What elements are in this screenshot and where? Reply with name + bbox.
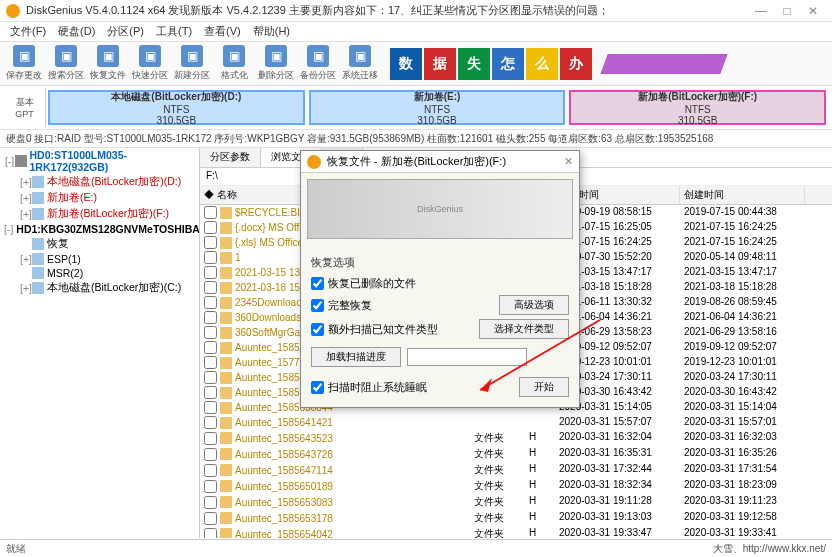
load-progress-button[interactable]: 加载扫描进度	[311, 347, 401, 367]
row-checkbox[interactable]	[204, 221, 217, 234]
list-item[interactable]: Auuntec_15856414212020-03-31 15:57:07202…	[200, 415, 832, 430]
menubar: 文件(F)硬盘(D)分区(P)工具(T)查看(V)帮助(H)	[0, 22, 832, 42]
chk-known-types[interactable]	[311, 323, 324, 336]
dialog-titlebar[interactable]: 恢复文件 - 新加卷(BitLocker加密)(F:) ✕	[301, 151, 579, 173]
disk-type-label: 基本GPT	[4, 88, 46, 127]
maximize-button[interactable]: □	[774, 4, 800, 18]
row-checkbox[interactable]	[204, 341, 217, 354]
expand-icon[interactable]: [+]	[20, 253, 32, 265]
banner-block: 据	[424, 48, 456, 80]
statusbar: 就绪 大雪、http://www.kkx.net/	[0, 539, 832, 557]
row-checkbox[interactable]	[204, 448, 217, 461]
tree-node[interactable]: [+]ESP(1)	[0, 252, 199, 266]
advanced-button[interactable]: 高级选项	[499, 295, 569, 315]
recover-dialog: 恢复文件 - 新加卷(BitLocker加密)(F:) ✕ DiskGenius…	[300, 150, 580, 408]
disk-partition[interactable]: 新加卷(BitLocker加密)(F:)NTFS310.5GB	[569, 90, 826, 125]
list-item[interactable]: Auuntec_1585647114文件夹H2020-03-31 17:32:4…	[200, 462, 832, 478]
expand-icon[interactable]: [+]	[20, 208, 32, 220]
tool-save[interactable]: ▣保存更改	[4, 44, 44, 84]
tree-node[interactable]: MSR(2)	[0, 266, 199, 280]
row-checkbox[interactable]	[204, 480, 217, 493]
tool-fmt[interactable]: ▣格式化	[214, 44, 254, 84]
row-checkbox[interactable]	[204, 464, 217, 477]
disk-partition[interactable]: 本地磁盘(BitLocker加密)(D:)NTFS310.5GB	[48, 90, 305, 125]
disk-partition[interactable]: 新加卷(E:)NTFS310.5GB	[309, 90, 566, 125]
select-type-button[interactable]: 选择文件类型	[479, 319, 569, 339]
tool-recover[interactable]: ▣恢复文件	[88, 44, 128, 84]
folder-icon	[220, 357, 232, 369]
list-item[interactable]: Auuntec_1585643726文件夹H2020-03-31 16:35:3…	[200, 446, 832, 462]
row-checkbox[interactable]	[204, 356, 217, 369]
banner-block: 办	[560, 48, 592, 80]
minimize-button[interactable]: —	[748, 4, 774, 18]
row-checkbox[interactable]	[204, 528, 217, 539]
list-item[interactable]: Auuntec_1585654042文件夹H2020-03-31 19:33:4…	[200, 526, 832, 538]
expand-icon[interactable]: [+]	[20, 176, 32, 188]
folder-icon	[220, 207, 232, 219]
list-item[interactable]: Auuntec_1585650189文件夹H2020-03-31 18:32:3…	[200, 478, 832, 494]
row-checkbox[interactable]	[204, 401, 217, 414]
row-checkbox[interactable]	[204, 311, 217, 324]
row-checkbox[interactable]	[204, 206, 217, 219]
progress-path-input[interactable]	[407, 348, 527, 366]
list-item[interactable]: Auuntec_1585653178文件夹H2020-03-31 19:13:0…	[200, 510, 832, 526]
recover-icon: ▣	[97, 45, 119, 67]
tree-node[interactable]: [-]HD1:KBG30ZMS128GNVMeTOSHIBA1	[0, 222, 199, 236]
menu-item[interactable]: 工具(T)	[150, 24, 198, 39]
row-checkbox[interactable]	[204, 266, 217, 279]
menu-item[interactable]: 文件(F)	[4, 24, 52, 39]
tree-node[interactable]: [-]HD0:ST1000LM035-1RK172(932GB)	[0, 148, 199, 174]
partition-tree[interactable]: [-]HD0:ST1000LM035-1RK172(932GB)[+]本地磁盘(…	[0, 148, 200, 538]
start-button[interactable]: 开始	[519, 377, 569, 397]
chk-deleted[interactable]	[311, 277, 324, 290]
menu-item[interactable]: 查看(V)	[198, 24, 247, 39]
disk-icon	[15, 155, 26, 167]
folder-icon	[220, 342, 232, 354]
list-item[interactable]: Auuntec_1585643523文件夹H2020-03-31 16:32:0…	[200, 430, 832, 446]
close-button[interactable]: ✕	[800, 4, 826, 18]
dialog-close-icon[interactable]: ✕	[564, 155, 573, 168]
tool-del[interactable]: ▣删除分区	[256, 44, 296, 84]
migrate-icon: ▣	[349, 45, 371, 67]
row-checkbox[interactable]	[204, 386, 217, 399]
tree-node[interactable]: [+]本地磁盘(BitLocker加密)(C:)	[0, 280, 199, 296]
tree-node[interactable]: 恢复	[0, 236, 199, 252]
dialog-title: 恢复文件 - 新加卷(BitLocker加密)(F:)	[327, 154, 506, 169]
row-checkbox[interactable]	[204, 326, 217, 339]
menu-item[interactable]: 硬盘(D)	[52, 24, 101, 39]
tab-0[interactable]: 分区参数	[200, 148, 261, 167]
row-checkbox[interactable]	[204, 236, 217, 249]
expand-icon[interactable]: [+]	[20, 192, 32, 204]
titlebar: DiskGenius V5.4.0.1124 x64 发现新版本 V5.4.2.…	[0, 0, 832, 22]
expand-icon[interactable]: [+]	[20, 282, 32, 294]
folder-icon	[220, 282, 232, 294]
tool-backup[interactable]: ▣备份分区	[298, 44, 338, 84]
row-checkbox[interactable]	[204, 416, 217, 429]
folder-icon	[220, 496, 232, 508]
disk-map: 基本GPT 本地磁盘(BitLocker加密)(D:)NTFS310.5GB新加…	[0, 86, 832, 130]
row-checkbox[interactable]	[204, 432, 217, 445]
row-checkbox[interactable]	[204, 281, 217, 294]
tool-new[interactable]: ▣新建分区	[172, 44, 212, 84]
list-item[interactable]: Auuntec_1585653083文件夹H2020-03-31 19:11:2…	[200, 494, 832, 510]
folder-icon	[220, 372, 232, 384]
tree-node[interactable]: [+]新加卷(BitLocker加密)(F:)	[0, 206, 199, 222]
row-checkbox[interactable]	[204, 512, 217, 525]
row-checkbox[interactable]	[204, 296, 217, 309]
chk-prevent-sleep[interactable]	[311, 381, 324, 394]
menu-item[interactable]: 分区(P)	[101, 24, 150, 39]
banner-block: 失	[458, 48, 490, 80]
row-checkbox[interactable]	[204, 496, 217, 509]
row-checkbox[interactable]	[204, 371, 217, 384]
expand-icon[interactable]: [-]	[4, 223, 13, 235]
row-checkbox[interactable]	[204, 251, 217, 264]
tree-node[interactable]: [+]本地磁盘(BitLocker加密)(D:)	[0, 174, 199, 190]
disk-info-line: 硬盘0 接口:RAID 型号:ST1000LM035-1RK172 序列号:WK…	[0, 130, 832, 148]
chk-full[interactable]	[311, 299, 324, 312]
tool-migrate[interactable]: ▣系统迁移	[340, 44, 380, 84]
tool-search[interactable]: ▣搜索分区	[46, 44, 86, 84]
tree-node[interactable]: [+]新加卷(E:)	[0, 190, 199, 206]
menu-item[interactable]: 帮助(H)	[247, 24, 296, 39]
expand-icon[interactable]: [-]	[4, 155, 15, 167]
tool-quick[interactable]: ▣快速分区	[130, 44, 170, 84]
